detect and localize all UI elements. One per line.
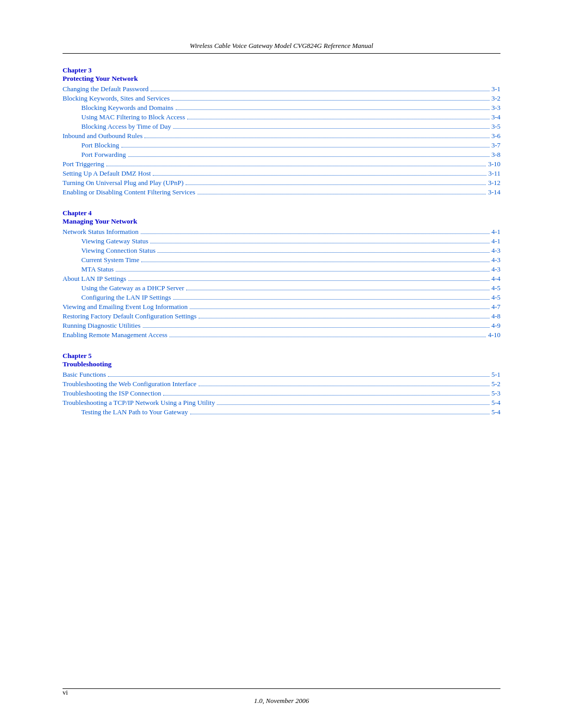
toc-dots: [128, 280, 489, 281]
toc-dots: [169, 337, 486, 337]
toc-entry-label: Inbound and Outbound Rules: [63, 132, 142, 140]
toc-entry[interactable]: Current System Time4-3: [63, 256, 500, 264]
toc-entry-page: 5-3: [492, 389, 500, 398]
toc-entry[interactable]: Using MAC Filtering to Block Access3-4: [63, 113, 500, 121]
toc-dots: [121, 147, 489, 147]
toc-entry-page: 5-4: [492, 408, 500, 416]
toc-entry[interactable]: Troubleshooting the Web Configuration In…: [63, 380, 500, 388]
toc-entry-label: Using MAC Filtering to Block Access: [81, 113, 185, 121]
toc-dots: [141, 233, 489, 234]
toc-entry-label: Port Blocking: [81, 141, 119, 150]
toc-entry-label: Running Diagnostic Utilities: [63, 322, 141, 330]
toc-entry[interactable]: Configuring the LAN IP Settings4-5: [63, 293, 500, 302]
chapter-label-chapter5: Chapter 5: [63, 352, 500, 360]
toc-entry[interactable]: Testing the LAN Path to Your Gateway5-4: [63, 408, 500, 416]
toc-entry[interactable]: Blocking Keywords and Domains3-3: [63, 104, 500, 112]
toc-content: Chapter 3Protecting Your NetworkChanging…: [63, 66, 500, 416]
chapter-heading-chapter3: Chapter 3Protecting Your Network: [63, 66, 500, 83]
toc-entry-label: Testing the LAN Path to Your Gateway: [81, 408, 188, 416]
toc-entry-label: Viewing and Emailing Event Log Informati…: [63, 303, 188, 311]
toc-entry[interactable]: Port Triggering3-10: [63, 160, 500, 168]
toc-dots: [176, 109, 489, 110]
toc-entry[interactable]: Enabling or Disabling Content Filtering …: [63, 188, 500, 196]
chapter-heading-chapter4: Chapter 4Managing Your Network: [63, 209, 500, 226]
toc-entry-page: 4-3: [492, 246, 500, 255]
toc-entry-page: 3-12: [488, 179, 500, 187]
toc-entry[interactable]: Network Status Information4-1: [63, 228, 500, 236]
toc-entry-label: Turning On Universal Plug and Play (UPnP…: [63, 179, 183, 187]
toc-dots: [151, 91, 489, 91]
toc-dots: [141, 262, 489, 262]
toc-entry-page: 4-7: [492, 303, 500, 311]
toc-entry[interactable]: Restoring Factory Default Configuration …: [63, 312, 500, 320]
toc-dots: [173, 128, 489, 129]
toc-entry[interactable]: Setting Up A Default DMZ Host3-11: [63, 169, 500, 178]
toc-entry-label: Current System Time: [81, 256, 139, 264]
chapter-title-chapter4: Managing Your Network: [63, 217, 500, 226]
toc-entry-label: Blocking Keywords and Domains: [81, 104, 174, 112]
page: Wireless Cable Voice Gateway Model CVG82…: [0, 0, 563, 728]
toc-entry-page: 3-14: [488, 188, 500, 196]
toc-entry[interactable]: Using the Gateway as a DHCP Server4-5: [63, 284, 500, 292]
toc-entry-page: 4-9: [492, 322, 500, 330]
toc-entry[interactable]: Running Diagnostic Utilities4-9: [63, 322, 500, 330]
toc-dots: [157, 252, 489, 253]
toc-dots: [172, 100, 489, 101]
toc-dots: [163, 395, 489, 396]
toc-dots: [198, 194, 486, 194]
chapter-label-chapter3: Chapter 3: [63, 66, 500, 75]
toc-entry[interactable]: Turning On Universal Plug and Play (UPnP…: [63, 179, 500, 187]
toc-entry[interactable]: Viewing Gateway Status4-1: [63, 237, 500, 245]
toc-dots: [190, 414, 489, 414]
header-text: Wireless Cable Voice Gateway Model CVG82…: [190, 42, 373, 50]
toc-dots: [199, 318, 489, 318]
toc-entry-label: Blocking Access by Time of Day: [81, 122, 171, 131]
toc-entry[interactable]: MTA Status4-3: [63, 265, 500, 274]
toc-entry-label: Using the Gateway as a DHCP Server: [81, 284, 184, 292]
toc-entry-page: 4-10: [488, 331, 500, 339]
toc-entry-label: Port Forwarding: [81, 151, 126, 159]
toc-entry-page: 4-4: [492, 275, 500, 283]
toc-entry-page: 3-5: [492, 122, 500, 131]
toc-entry-page: 4-8: [492, 312, 500, 320]
toc-entry[interactable]: Troubleshooting the ISP Connection5-3: [63, 389, 500, 398]
toc-entry[interactable]: Troubleshooting a TCP/IP Network Using a…: [63, 399, 500, 407]
toc-entry-label: Troubleshooting the Web Configuration In…: [63, 380, 197, 388]
toc-entry[interactable]: Enabling Remote Management Access4-10: [63, 331, 500, 339]
toc-entry-label: Troubleshooting a TCP/IP Network Using a…: [63, 399, 215, 407]
toc-entry[interactable]: Port Blocking3-7: [63, 141, 500, 150]
chapter-title-chapter3: Protecting Your Network: [63, 75, 500, 83]
toc-entry-label: Configuring the LAN IP Settings: [81, 293, 171, 302]
toc-entry-label: Troubleshooting the ISP Connection: [63, 389, 161, 398]
toc-dots: [186, 184, 486, 185]
toc-entry-page: 4-5: [492, 284, 500, 292]
page-header: Wireless Cable Voice Gateway Model CVG82…: [63, 42, 500, 54]
toc-entry-page: 4-3: [492, 256, 500, 264]
toc-dots: [143, 327, 489, 328]
toc-entry[interactable]: Inbound and Outbound Rules3-6: [63, 132, 500, 140]
toc-entry-page: 5-4: [492, 399, 500, 407]
toc-entry-page: 3-1: [492, 85, 500, 93]
toc-entry-page: 5-2: [492, 380, 500, 388]
toc-entry-page: 4-1: [492, 237, 500, 245]
toc-entry-label: Network Status Information: [63, 228, 139, 236]
toc-entry[interactable]: Changing the Default Password3-1: [63, 85, 500, 93]
toc-entry-page: 4-3: [492, 265, 500, 274]
toc-entry-page: 3-4: [492, 113, 500, 121]
toc-dots: [116, 271, 489, 272]
toc-dots: [108, 376, 489, 377]
toc-entry-label: Port Triggering: [63, 160, 104, 168]
toc-entry[interactable]: Blocking Keywords, Sites and Services3-2: [63, 94, 500, 103]
toc-entry-label: Setting Up A Default DMZ Host: [63, 169, 151, 178]
toc-entry-page: 3-7: [492, 141, 500, 150]
toc-entry[interactable]: Blocking Access by Time of Day3-5: [63, 122, 500, 131]
toc-entry[interactable]: Viewing and Emailing Event Log Informati…: [63, 303, 500, 311]
toc-entry-label: Viewing Connection Status: [81, 246, 155, 255]
toc-entry[interactable]: Port Forwarding3-8: [63, 151, 500, 159]
toc-entry[interactable]: Viewing Connection Status4-3: [63, 246, 500, 255]
toc-entry-label: MTA Status: [81, 265, 114, 274]
chapter-title-chapter5: Troubleshooting: [63, 360, 500, 368]
toc-entry[interactable]: Basic Functions5-1: [63, 371, 500, 379]
toc-entry-page: 3-8: [492, 151, 500, 159]
toc-entry[interactable]: About LAN IP Settings4-4: [63, 275, 500, 283]
